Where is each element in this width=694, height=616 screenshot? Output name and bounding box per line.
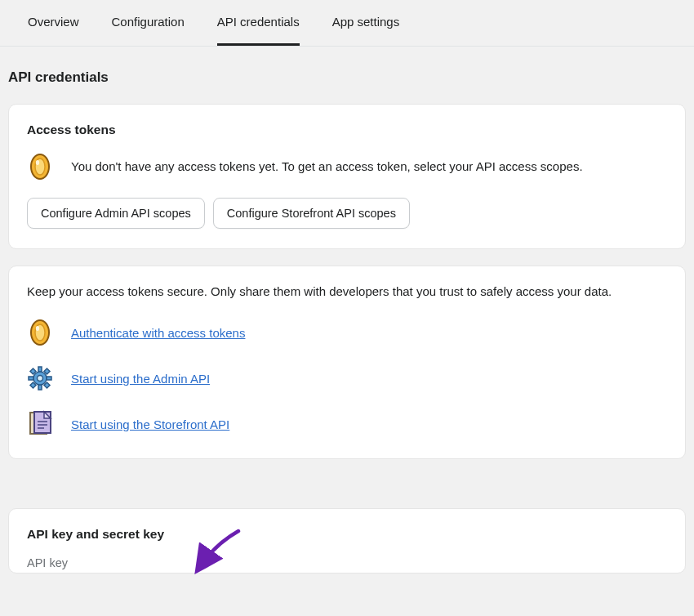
svg-rect-7 (38, 385, 42, 390)
svg-point-15 (38, 376, 43, 382)
configure-admin-api-button[interactable]: Configure Admin API scopes (27, 198, 205, 229)
access-tokens-card: Access tokens You don't have any access … (8, 104, 686, 249)
api-key-title: API key and secret key (27, 527, 667, 542)
configure-storefront-api-button[interactable]: Configure Storefront API scopes (213, 198, 410, 229)
coin-icon (27, 152, 53, 181)
button-row: Configure Admin API scopes Configure Sto… (27, 198, 667, 229)
page-title: API credentials (0, 47, 694, 104)
api-key-card: API key and secret key API key (8, 508, 686, 574)
svg-point-5 (36, 326, 39, 331)
svg-rect-6 (38, 367, 42, 372)
admin-api-link[interactable]: Start using the Admin API (71, 372, 210, 386)
authenticate-link[interactable]: Authenticate with access tokens (71, 326, 245, 340)
tabs-bar: Overview Configuration API credentials A… (0, 0, 694, 47)
access-tokens-title: Access tokens (27, 123, 667, 137)
storefront-api-link[interactable]: Start using the Storefront API (71, 417, 229, 431)
tab-api-credentials[interactable]: API credentials (217, 15, 300, 46)
access-tokens-empty-text: You don't have any access tokens yet. To… (71, 158, 583, 176)
svg-point-2 (36, 160, 39, 165)
svg-rect-9 (47, 377, 51, 380)
document-icon (27, 409, 53, 439)
api-key-label: API key (27, 556, 667, 569)
tab-configuration[interactable]: Configuration (112, 15, 185, 46)
coin-icon (27, 318, 53, 347)
secure-tokens-info: Keep your access tokens secure. Only sha… (27, 284, 667, 298)
gear-icon (27, 364, 53, 393)
svg-rect-17 (34, 412, 51, 433)
secure-tokens-card: Keep your access tokens secure. Only sha… (8, 266, 686, 459)
tab-app-settings[interactable]: App settings (332, 15, 400, 46)
tab-overview[interactable]: Overview (28, 15, 79, 46)
svg-rect-8 (29, 377, 33, 380)
